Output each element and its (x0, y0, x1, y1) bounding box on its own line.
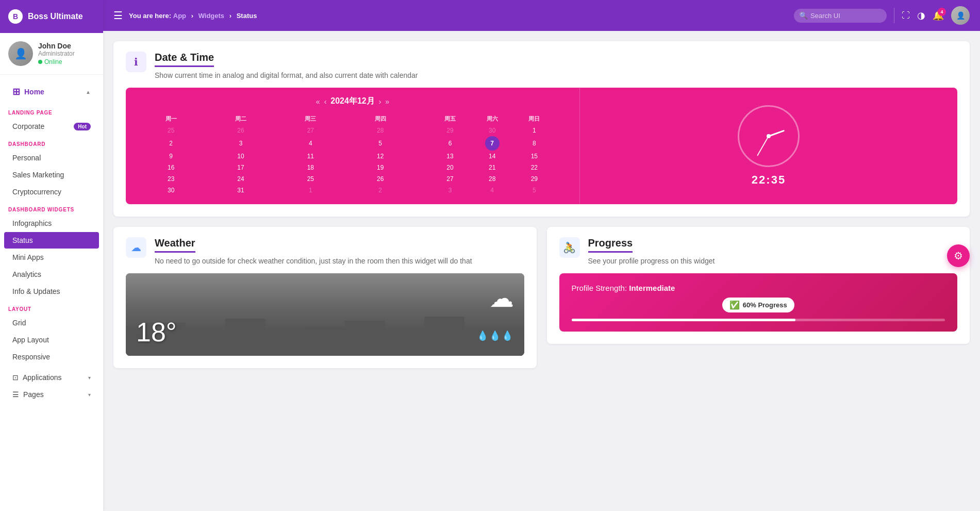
sidebar-item-pages[interactable]: ☰ Pages ▾ (4, 386, 99, 403)
date-time-title: Date & Time (155, 52, 214, 67)
calendar-day[interactable]: 29 (500, 173, 569, 185)
sidebar-item-corporate[interactable]: Corporate Hot (4, 118, 99, 135)
calendar-day[interactable]: 20 (415, 162, 485, 173)
app-logo-icon: B (8, 9, 23, 24)
sidebar-item-home[interactable]: ⊞ Home ▲ (4, 82, 99, 102)
cal-prev-prev-button[interactable]: « (316, 97, 320, 106)
date-time-icon: ℹ (126, 52, 146, 72)
rain-icon: 💧💧💧 (477, 330, 514, 341)
calendar-day[interactable]: 30 (485, 125, 500, 136)
calendar-day[interactable]: 28 (345, 125, 415, 136)
sidebar-item-grid[interactable]: Grid (4, 315, 99, 331)
progress-icon: 🚴 (559, 237, 580, 258)
user-status: Online (38, 58, 75, 65)
progress-pink-box: Profile Strength: Intermediate ✅ 60% Pro… (559, 273, 958, 332)
sidebar: B Boss Ultimate 👤 John Doe Administrator… (0, 0, 103, 511)
pages-icon: ☰ (12, 390, 19, 399)
cal-next-next-button[interactable]: » (385, 97, 389, 106)
search-input[interactable] (794, 9, 887, 23)
calendar-day[interactable]: 19 (345, 162, 415, 173)
calendar-day[interactable]: 14 (485, 151, 500, 162)
calendar-day[interactable]: 25 (136, 125, 206, 136)
calendar-day[interactable]: 22 (500, 162, 569, 173)
calendar-day[interactable]: 2 (345, 185, 415, 196)
calendar-day[interactable]: 31 (206, 185, 275, 196)
calendar-day[interactable]: 1 (276, 185, 345, 196)
sidebar-item-applications[interactable]: ⊡ Applications ▾ (4, 369, 99, 386)
sidebar-item-status[interactable]: Status (4, 232, 99, 249)
calendar-day[interactable]: 8 (500, 136, 569, 151)
progress-description: See your profile progress on this widget (588, 257, 715, 265)
date-time-widget: ℹ Date & Time Show current time in analo… (113, 41, 970, 217)
calendar-day[interactable]: 3 (206, 136, 275, 151)
progress-badge: ✅ 60% Progress (722, 298, 794, 312)
calendar-day[interactable]: 2 (136, 136, 206, 151)
calendar-day[interactable]: 16 (136, 162, 206, 173)
calendar-day[interactable]: 25 (276, 173, 345, 185)
calendar-day[interactable]: 18 (276, 162, 345, 173)
main-wrapper: ☰ You are here: App › Widgets › Status 🔍… (103, 0, 980, 511)
calendar-day[interactable]: 29 (415, 125, 485, 136)
sidebar-item-personal[interactable]: Personal (4, 150, 99, 166)
date-time-description: Show current time in analog and digital … (155, 71, 418, 79)
chevron-down-icon: ▾ (88, 375, 91, 381)
calendar-grid: 周一 周二 周三 周四 周五 周六 周日 2526272829301234567… (136, 113, 569, 196)
calendar-day[interactable]: 4 (276, 136, 345, 151)
calendar-day[interactable]: 17 (206, 162, 275, 173)
cal-prev-button[interactable]: ‹ (324, 97, 327, 106)
apps-icon: ⊡ (12, 373, 19, 382)
calendar-day[interactable]: 27 (276, 125, 345, 136)
sidebar-item-mini-apps[interactable]: Mini Apps (4, 249, 99, 266)
contrast-button[interactable]: ◑ (917, 10, 925, 21)
progress-content: Profile Strength: Intermediate ✅ 60% Pro… (547, 273, 970, 344)
calendar-day[interactable]: 5 (500, 185, 569, 196)
progress-widget: 🚴 Progress See your profile progress on … (547, 227, 970, 344)
notification-button[interactable]: 🔔 4 (933, 10, 944, 21)
calendar-day[interactable]: 28 (485, 173, 500, 185)
breadcrumb-current: Status (237, 12, 257, 20)
calendar-day[interactable]: 24 (206, 173, 275, 185)
calendar-day[interactable]: 12 (345, 151, 415, 162)
breadcrumb: You are here: App › Widgets › Status (129, 12, 257, 20)
calendar-day[interactable]: 9 (136, 151, 206, 162)
calendar-day[interactable]: 11 (276, 151, 345, 162)
calendar-day[interactable]: 13 (415, 151, 485, 162)
calendar-day[interactable]: 4 (485, 185, 500, 196)
calendar-day[interactable]: 27 (415, 173, 485, 185)
hamburger-button[interactable]: ☰ (113, 9, 123, 22)
content-area: ℹ Date & Time Show current time in analo… (103, 31, 980, 511)
nav-section-label: LANDING PAGE (8, 110, 95, 116)
avatar: 👤 (8, 41, 33, 66)
calendar-day[interactable]: 26 (345, 173, 415, 185)
calendar-day[interactable]: 1 (500, 125, 569, 136)
hot-badge: Hot (74, 123, 91, 130)
weather-title: Weather (155, 237, 195, 253)
sidebar-item-infographics[interactable]: Infographics (4, 215, 99, 232)
floating-customize-button[interactable]: ⚙ (947, 244, 970, 267)
sidebar-item-analytics[interactable]: Analytics (4, 266, 99, 283)
progress-bar-fill (572, 319, 796, 321)
calendar-day[interactable]: 6 (415, 136, 485, 151)
calendar-day[interactable]: 23 (136, 173, 206, 185)
sidebar-item-app-layout[interactable]: App Layout (4, 332, 99, 348)
sidebar-item-info-updates[interactable]: Info & Updates (4, 283, 99, 300)
calendar-day[interactable]: 26 (206, 125, 275, 136)
fullscreen-button[interactable]: ⛶ (902, 11, 910, 20)
calendar-day[interactable]: 5 (345, 136, 415, 151)
hour-hand (768, 130, 784, 137)
calendar-day[interactable]: 7 (485, 136, 500, 151)
calendar-day[interactable]: 21 (485, 162, 500, 173)
topbar-avatar[interactable]: 👤 (951, 6, 970, 25)
cal-month-year: 2024年12月 (330, 96, 374, 107)
check-icon: ✅ (729, 300, 740, 310)
sidebar-item-responsive[interactable]: Responsive (4, 349, 99, 365)
calendar-day[interactable]: 15 (500, 151, 569, 162)
calendar-day[interactable]: 30 (136, 185, 206, 196)
analog-clock (738, 105, 800, 167)
sidebar-item-cryptocurrency[interactable]: Cryptocurrency (4, 184, 99, 200)
calendar-day[interactable]: 3 (415, 185, 485, 196)
cal-next-button[interactable]: › (379, 97, 381, 106)
profile-strength-label: Profile Strength: Intermediate (572, 284, 945, 292)
calendar-day[interactable]: 10 (206, 151, 275, 162)
sidebar-item-sales-marketing[interactable]: Sales Marketing (4, 167, 99, 183)
